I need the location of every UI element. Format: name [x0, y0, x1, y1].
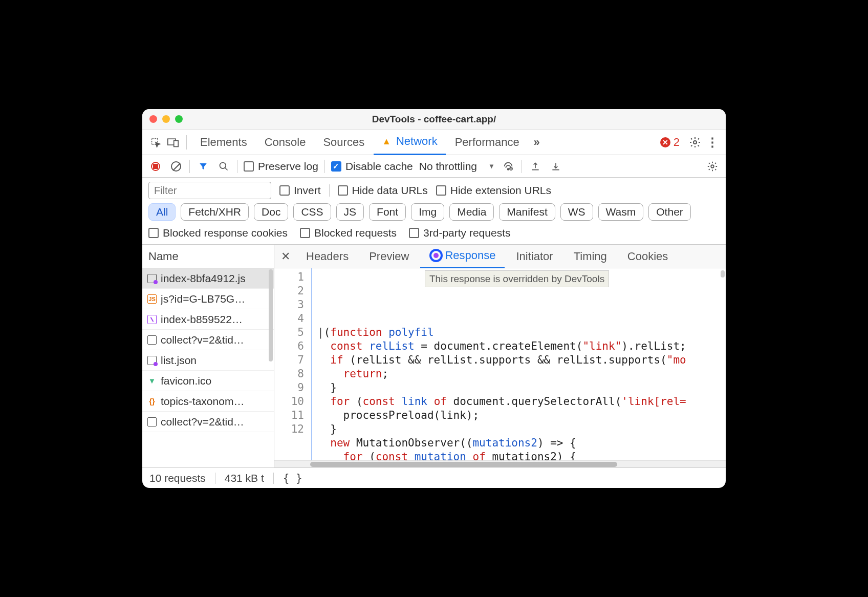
file-icon: ▼: [147, 376, 157, 386]
code-line: if (relList && relList.supports && relLi…: [312, 353, 726, 367]
code-line: |(function polyfil: [312, 326, 726, 339]
hide-extension-urls-checkbox[interactable]: Hide extension URLs: [436, 184, 551, 197]
checkbox-icon: [244, 161, 254, 172]
disable-cache-checkbox[interactable]: ✓ Disable cache: [331, 160, 413, 173]
network-settings-gear-icon[interactable]: [705, 159, 720, 174]
request-row[interactable]: collect?v=2&tid…: [142, 412, 274, 432]
svg-point-3: [693, 141, 697, 144]
third-party-requests-checkbox[interactable]: 3rd-party requests: [409, 227, 510, 239]
tab-elements[interactable]: Elements: [192, 130, 255, 155]
chip-css[interactable]: CSS: [293, 203, 331, 221]
upload-har-icon[interactable]: [528, 159, 542, 174]
code-line: processPreload(link);: [312, 409, 726, 422]
request-row[interactable]: JSjs?id=G-LB75G…: [142, 289, 274, 309]
warning-icon: ▲: [382, 136, 391, 147]
file-icon: {}: [147, 397, 157, 406]
chip-other[interactable]: Other: [648, 203, 691, 221]
request-detail-pane: ✕ Headers Preview Response Initiator Tim…: [274, 245, 726, 467]
file-icon: [147, 335, 157, 345]
throttling-select[interactable]: No throttling ▼: [419, 160, 495, 173]
code-line: new MutationObserver((mutations2) => {: [312, 436, 726, 450]
request-name: index-8bfa4912.js: [161, 272, 246, 285]
code-line: const relList = document.createElement("…: [312, 339, 726, 353]
gear-icon[interactable]: [687, 134, 703, 151]
code-line: }: [312, 422, 726, 436]
request-name: js?id=G-LB75G…: [161, 293, 245, 305]
svg-point-5: [508, 168, 509, 170]
request-name: topics-taxonom…: [161, 395, 244, 408]
pretty-print-icon[interactable]: { }: [283, 472, 302, 484]
code-line: for (const mutation of mutations2) {: [312, 450, 726, 460]
kebab-menu-icon[interactable]: ⋮: [704, 134, 721, 151]
record-button[interactable]: [148, 159, 163, 174]
detail-tab-headers[interactable]: Headers: [297, 245, 358, 268]
request-row[interactable]: ▼favicon.ico: [142, 371, 274, 391]
more-tabs-icon[interactable]: »: [529, 134, 545, 151]
chip-font[interactable]: Font: [369, 203, 406, 221]
detail-tab-preview[interactable]: Preview: [360, 245, 418, 268]
request-row[interactable]: collect?v=2&tid…: [142, 330, 274, 350]
chip-manifest[interactable]: Manifest: [499, 203, 555, 221]
svg-rect-2: [174, 140, 178, 146]
inspect-element-icon[interactable]: [147, 134, 164, 151]
blocked-response-cookies-checkbox[interactable]: Blocked response cookies: [148, 227, 288, 239]
detail-tab-response[interactable]: Response: [420, 245, 505, 268]
file-icon: [147, 417, 157, 427]
detail-tab-timing[interactable]: Timing: [565, 245, 616, 268]
chip-fetch-xhr[interactable]: Fetch/XHR: [181, 203, 249, 221]
tab-performance[interactable]: Performance: [447, 130, 528, 155]
blocked-requests-checkbox[interactable]: Blocked requests: [300, 227, 397, 239]
chip-ws[interactable]: WS: [560, 203, 593, 221]
chip-all[interactable]: All: [148, 203, 176, 221]
request-name: index-b859522…: [161, 313, 243, 326]
scrollbar[interactable]: [269, 269, 273, 361]
request-name: favicon.ico: [161, 375, 211, 387]
error-count-badge[interactable]: ✕ 2: [660, 136, 680, 149]
request-row[interactable]: list.json: [142, 350, 274, 371]
request-row[interactable]: index-b859522…: [142, 309, 274, 330]
request-row[interactable]: index-8bfa4912.js: [142, 268, 274, 289]
request-row[interactable]: {}topics-taxonom…: [142, 391, 274, 412]
file-icon: [147, 356, 157, 365]
preserve-log-checkbox[interactable]: Preserve log: [244, 160, 318, 173]
devtools-window: DevTools - coffee-cart.app/ Elements Con…: [142, 109, 726, 488]
chip-doc[interactable]: Doc: [254, 203, 288, 221]
detail-tab-cookies[interactable]: Cookies: [618, 245, 677, 268]
chevron-down-icon: ▼: [488, 162, 495, 170]
tab-sources[interactable]: Sources: [315, 130, 373, 155]
filter-input[interactable]: [148, 182, 271, 199]
transfer-size: 431 kB t: [225, 472, 264, 484]
detail-tab-initiator[interactable]: Initiator: [507, 245, 562, 268]
network-split: Name index-8bfa4912.jsJSjs?id=G-LB75G…in…: [142, 245, 726, 467]
download-har-icon[interactable]: [549, 159, 563, 174]
code-line: for (const link of document.querySelecto…: [312, 395, 726, 409]
window-title: DevTools - coffee-cart.app/: [142, 114, 726, 125]
file-icon: [147, 315, 157, 324]
svg-point-4: [220, 162, 226, 168]
network-conditions-icon[interactable]: [501, 159, 515, 174]
horizontal-scrollbar-track[interactable]: [274, 460, 726, 467]
device-toolbar-icon[interactable]: [165, 134, 181, 151]
code-line: return;: [312, 367, 726, 381]
close-detail-icon[interactable]: ✕: [278, 250, 293, 263]
tab-network[interactable]: ▲ Network: [374, 130, 446, 155]
vertical-scrollbar[interactable]: [721, 270, 725, 278]
invert-checkbox[interactable]: Invert: [279, 184, 321, 197]
request-name: collect?v=2&tid…: [161, 416, 244, 428]
response-code-area[interactable]: 123456789101112 This response is overrid…: [274, 268, 726, 460]
hide-data-urls-checkbox[interactable]: Hide data URLs: [338, 184, 428, 197]
chip-js[interactable]: JS: [336, 203, 364, 221]
request-name: list.json: [161, 354, 197, 367]
clear-icon[interactable]: [169, 159, 183, 174]
chip-media[interactable]: Media: [449, 203, 494, 221]
horizontal-scrollbar-thumb[interactable]: [310, 462, 617, 467]
error-icon: ✕: [660, 137, 670, 147]
file-icon: [147, 274, 157, 283]
chip-img[interactable]: Img: [411, 203, 444, 221]
search-icon[interactable]: [216, 159, 231, 174]
chip-wasm[interactable]: Wasm: [598, 203, 644, 221]
filter-toggle-icon[interactable]: [196, 159, 210, 174]
request-list-header[interactable]: Name: [142, 245, 274, 268]
checkbox-checked-icon: ✓: [331, 161, 341, 172]
tab-console[interactable]: Console: [256, 130, 314, 155]
